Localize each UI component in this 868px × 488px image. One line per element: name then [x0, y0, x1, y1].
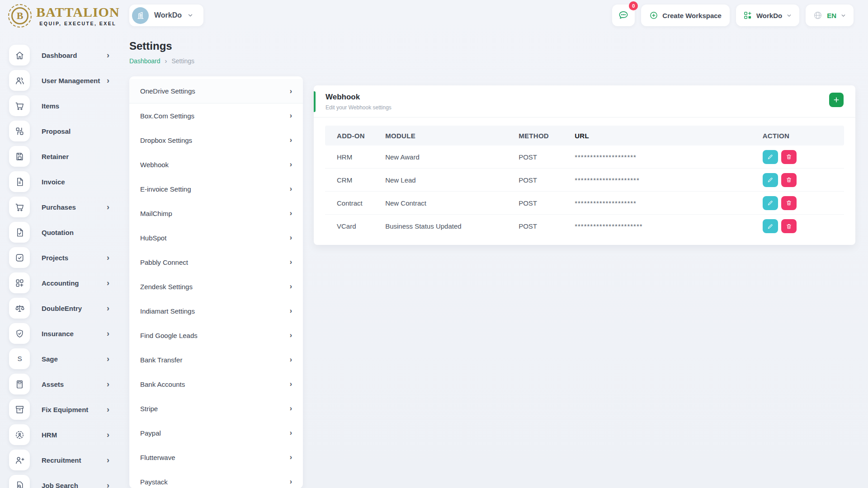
sidebar-item-label: User Management [42, 77, 100, 84]
settings-menu-item-label: Bank Transfer [140, 356, 182, 364]
sidebar-item-recruitment[interactable]: Recruitment › [9, 447, 113, 473]
chevron-right-icon: › [107, 279, 109, 287]
sidebar-item-projects[interactable]: Projects › [9, 245, 113, 270]
settings-menu-item-webhook[interactable]: Webhook › [129, 152, 303, 177]
settings-menu-item-e-invoice-setting[interactable]: E-invoice Setting › [129, 177, 303, 201]
settings-menu-item-pabbly-connect[interactable]: Pabbly Connect › [129, 250, 303, 274]
breadcrumb-dashboard-link[interactable]: Dashboard [129, 57, 160, 65]
chevron-right-icon: › [290, 185, 292, 193]
sidebar-item-sage[interactable]: S Sage › [9, 346, 113, 371]
add-webhook-button[interactable] [829, 93, 844, 107]
sidebar-item-doubleentry[interactable]: DoubleEntry › [9, 296, 113, 321]
sidebar-item-label: Items [42, 102, 59, 110]
cell-url: ******************** [575, 153, 763, 161]
grid-plus-icon [743, 11, 752, 20]
chevron-right-icon: › [107, 253, 109, 262]
sidebar-item-proposal[interactable]: Proposal › [9, 118, 113, 144]
settings-menu-item-label: Dropbox Settings [140, 136, 192, 144]
file-check-icon [9, 222, 30, 243]
delete-button[interactable] [781, 150, 797, 164]
settings-menu-item-onedrive-settings[interactable]: OneDrive Settings › [129, 79, 303, 103]
sidebar-item-invoice[interactable]: Invoice › [9, 169, 113, 194]
settings-menu-item-hubspot[interactable]: HubSpot › [129, 225, 303, 250]
settings-menu-item-label: Paypal [140, 429, 161, 437]
settings-menu-item-paystack[interactable]: Paystack › [129, 469, 303, 488]
sidebar-item-quotation[interactable]: Quotation › [9, 220, 113, 245]
floppy-icon [9, 146, 30, 167]
shield-check-icon [9, 323, 30, 344]
chevron-right-icon: › [290, 87, 292, 95]
sidebar-item-label: DoubleEntry [42, 305, 82, 312]
workdo-menu-label: WorkDo [756, 12, 782, 19]
settings-menu-item-label: Paystack [140, 478, 168, 486]
archive-box-icon [9, 399, 30, 420]
chevron-right-icon: › [107, 405, 109, 413]
chevron-right-icon: › [290, 112, 292, 120]
chevron-right-icon: › [290, 453, 292, 461]
language-selector[interactable]: EN [806, 5, 854, 26]
sidebar: Dashboard › User Management › Items › Pr… [0, 33, 119, 488]
delete-button[interactable] [781, 196, 797, 210]
edit-button[interactable] [763, 173, 778, 187]
settings-menu-item-paypal[interactable]: Paypal › [129, 421, 303, 445]
column-header-action: ACTION [763, 132, 844, 140]
cell-action [763, 219, 844, 233]
settings-menu-item-find-google-leads[interactable]: Find Google Leads › [129, 323, 303, 347]
edit-button[interactable] [763, 150, 778, 164]
settings-menu-item-label: MailChimp [140, 210, 172, 217]
breadcrumb: Dashboard › Settings [129, 57, 855, 65]
settings-menu-item-mailchimp[interactable]: MailChimp › [129, 201, 303, 225]
settings-menu-item-label: HubSpot [140, 234, 166, 242]
sidebar-item-dashboard[interactable]: Dashboard › [9, 42, 113, 68]
settings-menu-item-bank-transfer[interactable]: Bank Transfer › [129, 347, 303, 372]
language-code: EN [827, 12, 836, 19]
settings-menu-item-flutterwave[interactable]: Flutterwave › [129, 445, 303, 469]
sidebar-item-accounting[interactable]: Accounting › [9, 270, 113, 296]
sidebar-item-fix-equipment[interactable]: Fix Equipment › [9, 397, 113, 422]
trash-icon [786, 154, 792, 160]
chevron-right-icon: › [107, 456, 109, 464]
grid-plus-icon [9, 272, 30, 293]
cell-module: New Award [385, 153, 519, 161]
settings-menu-item-label: Find Google Leads [140, 332, 198, 339]
sidebar-item-insurance[interactable]: Insurance › [9, 321, 113, 346]
sidebar-item-purchases[interactable]: Purchases › [9, 194, 113, 220]
cell-method: POST [519, 153, 575, 161]
sidebar-item-items[interactable]: Items › [9, 93, 113, 118]
chevron-right-icon: › [290, 209, 292, 217]
sidebar-item-label: Projects [42, 254, 68, 262]
settings-menu-item-bank-accounts[interactable]: Bank Accounts › [129, 372, 303, 396]
edit-button[interactable] [763, 219, 778, 233]
delete-button[interactable] [781, 219, 797, 233]
top-bar: B BATTALION EQUIP, EXECUTE, EXEL WorkDo … [0, 0, 868, 33]
settings-menu: OneDrive Settings › Box.Com Settings › D… [129, 79, 303, 488]
create-workspace-button[interactable]: Create Workspace [641, 5, 730, 26]
sidebar-item-user-management[interactable]: User Management › [9, 68, 113, 93]
cell-addon: VCard [325, 222, 385, 230]
chevron-down-icon [786, 13, 792, 19]
sidebar-item-hrm[interactable]: HRM › [9, 422, 113, 447]
settings-menu-item-indiamart-settings[interactable]: Indiamart Settings › [129, 299, 303, 323]
chevron-right-icon: › [290, 307, 292, 315]
column-header-addon: ADD-ON [325, 132, 385, 140]
edit-button[interactable] [763, 196, 778, 210]
sidebar-item-assets[interactable]: Assets › [9, 371, 113, 397]
sidebar-item-retainer[interactable]: Retainer › [9, 144, 113, 169]
cell-addon: Contract [325, 199, 385, 207]
chevron-right-icon: › [165, 57, 167, 65]
building-icon [136, 10, 146, 20]
messages-button[interactable]: 0 [612, 5, 635, 26]
chevron-right-icon: › [290, 258, 292, 266]
cell-addon: HRM [325, 153, 385, 161]
cell-module: Business Status Updated [385, 222, 519, 230]
check-square-icon [9, 247, 30, 268]
settings-menu-item-label: Webhook [140, 161, 169, 169]
workspace-selector[interactable]: WorkDo [129, 5, 203, 26]
delete-button[interactable] [781, 173, 797, 187]
settings-menu-item-zendesk-settings[interactable]: Zendesk Settings › [129, 274, 303, 299]
workdo-menu-button[interactable]: WorkDo [736, 5, 799, 26]
settings-menu-item-stripe[interactable]: Stripe › [129, 396, 303, 421]
settings-menu-item-dropbox-settings[interactable]: Dropbox Settings › [129, 128, 303, 152]
sidebar-item-job-search[interactable]: Job Search › [9, 473, 113, 488]
settings-menu-item-box-com-settings[interactable]: Box.Com Settings › [129, 103, 303, 128]
